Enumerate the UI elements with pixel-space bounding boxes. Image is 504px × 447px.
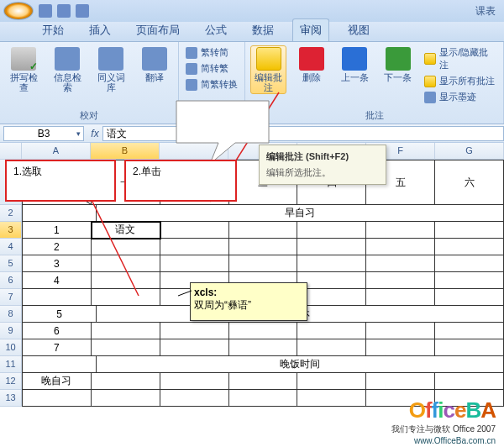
quick-access-toolbar: [39, 4, 89, 18]
cell-merged-r2[interactable]: 早自习: [97, 205, 504, 222]
show-hide-comment-button[interactable]: 显示/隐藏批注: [423, 45, 498, 72]
rowhead-12[interactable]: 12: [0, 373, 22, 390]
prev-comment-button[interactable]: 上一条: [337, 45, 373, 84]
rowhead-6[interactable]: 6: [0, 272, 22, 289]
rowhead-11[interactable]: 11: [0, 356, 22, 373]
cell-b3-active[interactable]: 语文: [92, 222, 160, 239]
rowhead-8[interactable]: 8: [0, 306, 22, 323]
window-title: 课表: [475, 4, 501, 18]
simp-to-trad-button[interactable]: 简转繁: [184, 61, 239, 76]
formula-bar: B3 fx 语文: [0, 124, 504, 143]
group-comments: 编辑批注 删除 上一条 下一条 显示/隐藏批注 显示所有批注 显示墨迹 批注: [245, 42, 504, 124]
comment-author: xcls:: [194, 287, 217, 298]
spelling-button[interactable]: 拼写检查: [5, 45, 42, 94]
cell-comment-popup: xcls: 双周为“彝语”: [190, 282, 307, 321]
ribbon-tabs: 开始 插入 页面布局 公式 数据 审阅 视图: [0, 22, 504, 42]
cell-c3[interactable]: [160, 222, 229, 239]
rowhead-10[interactable]: 10: [0, 339, 22, 356]
edit-comment-icon: [256, 47, 281, 71]
trad-to-simp-button[interactable]: 繁转简: [184, 45, 239, 60]
conv-icon: [186, 79, 197, 91]
group-chinese: 繁转简 简转繁 简繁转换 中文简繁转换: [179, 42, 245, 124]
footer-url: www.OfficeBa.com.cn: [414, 436, 496, 445]
tab-layout[interactable]: 页面布局: [129, 19, 186, 41]
next-icon: [386, 47, 411, 71]
group-proofing-label: 校对: [5, 108, 173, 122]
cell-a8[interactable]: 5: [22, 306, 97, 323]
cell-a3[interactable]: 1: [22, 222, 92, 239]
rowhead-4[interactable]: 4: [0, 239, 22, 255]
spelling-icon: [11, 47, 36, 71]
tooltip-title: 编辑批注 (Shift+F2): [266, 150, 379, 163]
showhide-icon: [424, 53, 436, 65]
qat-undo-icon[interactable]: [57, 4, 71, 18]
rowhead-13[interactable]: 13: [0, 390, 22, 407]
tab-data[interactable]: 数据: [245, 19, 281, 41]
rowhead-7[interactable]: 7: [0, 289, 22, 306]
formula-input[interactable]: 语文: [102, 126, 504, 141]
footer-tagline: 我们专注与微软 Office 2007: [391, 423, 496, 435]
next-comment-button[interactable]: 下一条: [380, 45, 416, 84]
tab-insert[interactable]: 插入: [82, 19, 118, 41]
cell-e3[interactable]: [297, 222, 366, 239]
colhead-c[interactable]: [160, 143, 228, 160]
ribbon: 拼写检查 信息检索 同义词库 翻译 校对 繁转简 简转繁 简繁转换 中文简繁转换…: [0, 42, 504, 124]
cell-g3[interactable]: [435, 222, 504, 239]
name-box[interactable]: B3: [3, 126, 84, 141]
colhead-g[interactable]: G: [435, 143, 504, 160]
select-all-corner[interactable]: [0, 143, 22, 160]
cell-a12[interactable]: 晚自习: [22, 373, 92, 390]
edit-comment-button[interactable]: 编辑批注: [250, 45, 286, 94]
comment-text: 双周为“彝语”: [194, 299, 251, 311]
edit-comment-tooltip: 编辑批注 (Shift+F2) 编辑所选批注。: [259, 145, 386, 185]
cell-a9[interactable]: 6: [22, 323, 92, 339]
tooltip-body: 编辑所选批注。: [266, 166, 379, 179]
group-proofing: 拼写检查 信息检索 同义词库 翻译 校对: [0, 42, 179, 124]
cell-a5[interactable]: 3: [22, 255, 92, 272]
s2t-icon: [186, 63, 197, 75]
delete-comment-button[interactable]: 删除: [293, 45, 329, 84]
qat-redo-icon[interactable]: [76, 4, 89, 18]
cell-f3[interactable]: [366, 222, 435, 239]
thesaurus-button[interactable]: 同义词库: [92, 45, 129, 94]
tab-home[interactable]: 开始: [35, 19, 71, 41]
t2s-icon: [186, 47, 197, 59]
ink-icon: [424, 92, 436, 103]
tab-formulas[interactable]: 公式: [198, 19, 234, 41]
callout-click: 2.单击: [124, 160, 237, 202]
cell-a6[interactable]: 4: [22, 272, 92, 289]
cell-a10[interactable]: 7: [22, 339, 92, 356]
cell-a7[interactable]: [22, 289, 92, 306]
group-chinese-label: 中文简繁转换: [184, 108, 239, 122]
cell-merged-r11[interactable]: 晚饭时间: [97, 356, 504, 373]
cell-a2[interactable]: [22, 205, 97, 222]
research-icon: [55, 47, 80, 71]
rowhead-9[interactable]: 9: [0, 323, 22, 339]
thesaurus-icon: [98, 47, 123, 71]
tab-review[interactable]: 审阅: [292, 18, 329, 41]
rowhead-5[interactable]: 5: [0, 255, 22, 272]
cell-a11[interactable]: [22, 356, 97, 373]
office-button[interactable]: [3, 2, 34, 20]
prev-icon: [342, 47, 367, 71]
colhead-a[interactable]: A: [22, 143, 91, 160]
cell-g1[interactable]: 六: [435, 160, 504, 205]
delete-icon: [299, 47, 324, 71]
show-all-comments-button[interactable]: 显示所有批注: [423, 74, 498, 88]
research-button[interactable]: 信息检索: [49, 45, 86, 94]
qat-save-icon[interactable]: [39, 4, 52, 18]
group-comments-label: 批注: [250, 108, 498, 122]
officeba-logo: OfficeBA: [409, 397, 496, 423]
colhead-b[interactable]: B: [91, 143, 160, 160]
rowhead-3[interactable]: 3: [0, 222, 22, 239]
translate-icon: [142, 47, 167, 71]
convert-button[interactable]: 简繁转换: [184, 77, 239, 92]
fx-icon[interactable]: fx: [87, 128, 102, 139]
cell-d3[interactable]: [229, 222, 298, 239]
cell-a4[interactable]: 2: [22, 239, 92, 255]
show-ink-button[interactable]: 显示墨迹: [423, 90, 498, 104]
rowhead-2[interactable]: 2: [0, 205, 22, 222]
tab-view[interactable]: 视图: [341, 19, 376, 41]
callout-select: 1.选取: [5, 160, 116, 202]
translate-button[interactable]: 翻译: [136, 45, 173, 84]
